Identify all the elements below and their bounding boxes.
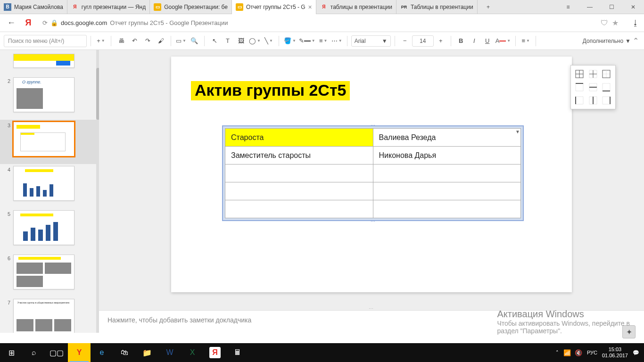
clock[interactable]: 15:03 01.06.2017 [602,346,628,359]
table-cell[interactable] [373,165,521,182]
explorer-taskbar[interactable]: 📁 [136,343,158,362]
browser-tab-active[interactable]: ▭ Отчет группы 2Ст5 - G × [232,0,316,14]
slide-canvas[interactable]: Актив группы 2Ст5 ⋯ ⋯ Староста Валиева Р… [171,57,572,292]
new-slide-button[interactable]: +▼ [95,35,107,47]
yandex-home-icon[interactable]: Я [22,16,35,30]
border-horizontal-button[interactable] [587,82,599,93]
align-button[interactable]: ≡▼ [520,35,532,47]
border-dash-button[interactable]: ⋯▼ [330,35,343,47]
calculator-taskbar[interactable]: 🖩 [226,343,249,362]
border-weight-button[interactable]: ≡▼ [317,35,330,47]
speaker-notes[interactable]: Нажмите, чтобы добавить заметки докладчи… [99,310,644,333]
yandex-browser-taskbar[interactable]: Y [68,343,91,362]
border-right-button[interactable] [601,95,612,106]
border-inner-button[interactable] [587,68,599,80]
paint-format-button[interactable]: 🖌 [155,35,167,47]
back-button[interactable]: ← [5,16,18,30]
slide-thumb-selected[interactable]: 3 [0,120,99,164]
font-family-select[interactable]: Arial ▼ [351,35,391,47]
font-size-input[interactable]: 14 [412,35,434,47]
print-button[interactable]: 🖶 [115,35,127,47]
table-row[interactable] [225,165,521,182]
font-size-increase[interactable]: + [435,35,447,47]
network-icon[interactable]: 📶 [563,349,571,356]
task-view-button[interactable]: ▢▢ [45,343,68,362]
underline-button[interactable]: U [481,35,494,47]
start-button[interactable]: ⊞ [0,343,23,362]
collapse-toolbar-button[interactable]: ⌃ [631,36,640,46]
table-row[interactable]: Староста Валиева Резеда [225,129,521,147]
bold-button[interactable]: B [455,35,467,47]
slide-thumb[interactable] [0,52,99,75]
font-size-decrease[interactable]: − [399,35,411,47]
protect-icon[interactable]: 🛡 [601,19,608,27]
slide-thumb[interactable]: 4 [0,164,99,208]
slide-thumb[interactable]: 5 [0,208,99,253]
word-taskbar[interactable]: W [158,343,181,362]
table-cell[interactable] [225,200,373,218]
border-bottom-button[interactable] [601,82,612,93]
browser-tab[interactable]: B Мария Самойлова [0,0,67,14]
new-tab-button[interactable]: + [478,0,499,14]
browser-menu-button[interactable]: ≡ [557,0,579,14]
table-border-popup[interactable] [570,65,616,109]
edge-taskbar[interactable]: e [91,343,113,362]
italic-button[interactable]: I [468,35,480,47]
table-cell[interactable]: Заместитель старосты [225,147,373,165]
border-outer-button[interactable] [601,68,612,80]
border-color-button[interactable]: ✎▼ [298,35,316,47]
excel-taskbar[interactable]: X [181,343,204,362]
table-cell[interactable] [373,200,521,218]
zoom-button[interactable]: 🔍 [188,35,200,47]
table-cell[interactable] [225,182,373,200]
table-cell[interactable]: Староста [225,129,373,147]
menu-search-input[interactable]: Поиск по меню (Alt+/) [4,35,87,47]
text-color-button[interactable]: A▼ [495,35,512,47]
table-row[interactable] [225,182,521,200]
browser-tab[interactable]: ▭ Google Презентации: бе [150,0,232,14]
browser-tab[interactable]: Я гугл презентации — Янд [67,0,150,14]
image-button[interactable]: 🖼 [235,35,247,47]
select-tool-button[interactable]: ↖ [208,35,221,47]
language-indicator[interactable]: РУС [587,350,597,355]
browser-tab[interactable]: PR Таблицы в презентации [396,0,478,14]
table-cell[interactable] [225,165,373,182]
url-input[interactable]: ⟳ 🔒 docs.google.com Отчет группы 2Ст5 - … [39,16,597,30]
table-row[interactable] [225,200,521,218]
table-cell[interactable]: Никонова Дарья [373,147,521,165]
redo-button[interactable]: ↷ [141,35,154,47]
shape-button[interactable]: ◯▼ [248,35,262,47]
close-window-button[interactable]: ✕ [622,0,644,14]
border-top-button[interactable] [574,82,585,93]
minimize-button[interactable]: — [579,0,601,14]
maximize-button[interactable]: ☐ [601,0,622,14]
zoom-fit-button[interactable]: ▭▼ [175,35,187,47]
border-vertical-button[interactable] [587,95,599,106]
slide-table-selection[interactable]: ⋯ ⋯ Староста Валиева Резеда Заместитель … [222,125,524,221]
filmstrip[interactable]: 2 О группе. 3 4 [0,50,99,333]
browser-tab[interactable]: Я таблицы в презентации [316,0,396,14]
yandex-search-taskbar[interactable]: Я [209,347,221,358]
reload-icon[interactable]: ⟳ [42,19,48,26]
table-cell[interactable]: Валиева Резеда [373,129,521,147]
slide-table[interactable]: Староста Валиева Резеда Заместитель стар… [225,128,521,218]
download-icon[interactable]: ⭳ [632,19,639,27]
table-cell[interactable] [373,182,521,200]
notifications-icon[interactable]: 💬 [633,350,639,356]
store-taskbar[interactable]: 🛍 [113,343,136,362]
slide-thumb[interactable]: 6 [0,253,99,297]
line-button[interactable]: ╲▼ [263,35,275,47]
search-button[interactable]: ⌕ [23,343,45,362]
table-menu-icon[interactable]: ▼ [515,129,520,134]
bookmark-icon[interactable]: ★ [612,18,619,27]
volume-icon[interactable]: 🔇 [575,349,582,356]
notes-splitter[interactable]: ⋯ [99,306,644,310]
slide-title-textbox[interactable]: Актив группы 2Ст5 [191,81,350,100]
close-icon[interactable]: × [308,3,312,11]
undo-button[interactable]: ↶ [128,35,140,47]
textbox-button[interactable]: T [222,35,234,47]
table-row[interactable]: Заместитель старосты Никонова Дарья [225,147,521,165]
border-left-button[interactable] [574,95,585,106]
explore-button[interactable]: ✦ [622,325,636,338]
border-all-button[interactable] [574,68,585,80]
